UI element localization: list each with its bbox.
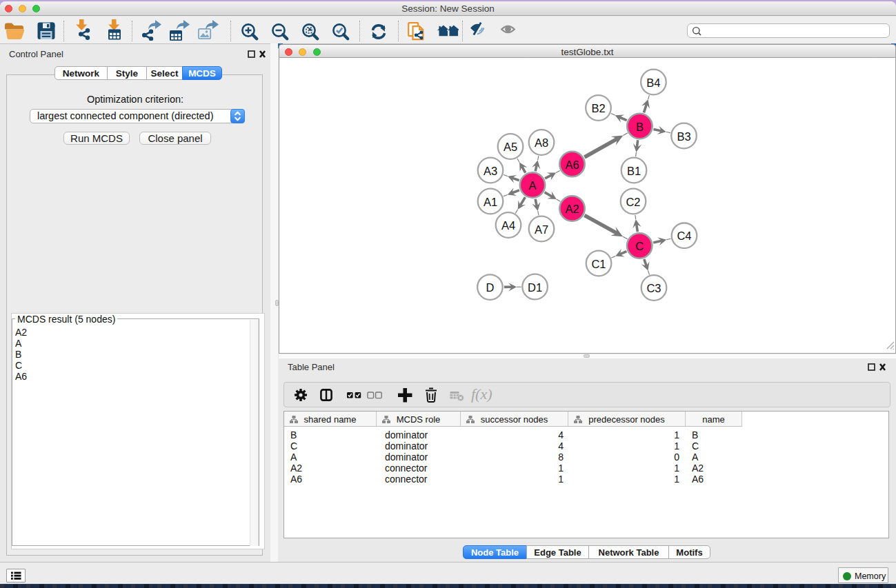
svg-text:A7: A7 (535, 223, 548, 236)
svg-text:B2: B2 (591, 102, 605, 114)
svg-text:B3: B3 (677, 130, 690, 143)
svg-text:A: A (528, 179, 536, 192)
svg-text:D: D (486, 281, 494, 294)
svg-text:A6: A6 (565, 159, 579, 171)
svg-text:A5: A5 (504, 141, 517, 153)
svg-text:C1: C1 (591, 258, 606, 270)
svg-text:B4: B4 (646, 77, 660, 89)
svg-text:A2: A2 (565, 203, 579, 215)
svg-text:B: B (636, 121, 644, 133)
svg-text:A4: A4 (501, 219, 515, 232)
svg-text:A1: A1 (484, 196, 497, 208)
svg-text:C3: C3 (646, 282, 661, 294)
svg-text:B1: B1 (627, 165, 641, 177)
svg-text:D1: D1 (528, 281, 542, 294)
svg-text:A8: A8 (535, 136, 548, 149)
svg-text:C4: C4 (677, 230, 691, 242)
svg-text:C2: C2 (626, 196, 640, 208)
svg-text:A3: A3 (484, 165, 497, 177)
svg-text:C: C (635, 240, 644, 252)
